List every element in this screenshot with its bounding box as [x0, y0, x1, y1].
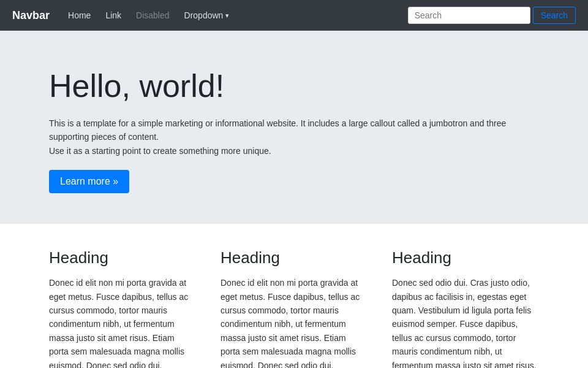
navbar-search: Search [408, 7, 576, 24]
jumbotron-title: Hello, world! [49, 67, 539, 104]
card-2-body: Donec id elit non mi porta gravida at eg… [221, 276, 368, 368]
nav-link-disabled: Disabled [130, 7, 175, 24]
search-button[interactable]: Search [533, 7, 576, 24]
learn-more-button[interactable]: Learn more » [49, 170, 129, 193]
jumbotron-description-line2: Use it as a starting point to create som… [49, 146, 271, 156]
card-3-heading: Heading [392, 248, 539, 267]
jumbotron-description: This is a template for a simple marketin… [49, 117, 508, 158]
nav-dropdown-toggle[interactable]: Dropdown [178, 7, 236, 24]
card-3-body: Donec sed odio dui. Cras justo odio, dap… [392, 276, 539, 368]
search-input[interactable] [408, 7, 530, 24]
navbar-brand[interactable]: Navbar [12, 9, 50, 22]
content-grid: Heading Donec id elit non mi porta gravi… [49, 248, 539, 368]
navbar-nav: Home Link Disabled Dropdown [62, 7, 408, 24]
navbar: Navbar Home Link Disabled Dropdown Searc… [0, 0, 588, 31]
content-card-3: Heading Donec sed odio dui. Cras justo o… [392, 248, 539, 368]
jumbotron-description-line1: This is a template for a simple marketin… [49, 118, 506, 142]
jumbotron: Hello, world! This is a template for a s… [0, 31, 588, 224]
nav-link-link[interactable]: Link [99, 7, 127, 24]
content-section: Heading Donec id elit non mi porta gravi… [0, 224, 588, 368]
card-1-body: Donec id elit non mi porta gravida at eg… [49, 276, 196, 368]
card-2-heading: Heading [221, 248, 368, 267]
content-card-2: Heading Donec id elit non mi porta gravi… [221, 248, 368, 368]
nav-link-home[interactable]: Home [62, 7, 97, 24]
card-1-heading: Heading [49, 248, 196, 267]
nav-dropdown: Dropdown [178, 7, 236, 24]
content-card-1: Heading Donec id elit non mi porta gravi… [49, 248, 196, 368]
